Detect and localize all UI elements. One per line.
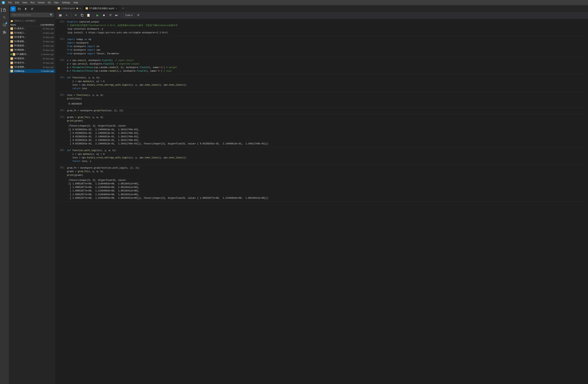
stop-button[interactable]: ■ — [101, 13, 106, 18]
file-item-03[interactable]: 03-张量Te...10 days ago — [9, 35, 55, 39]
refresh-button[interactable] — [29, 6, 35, 12]
app-logo: J — [1, 1, 5, 4]
menu-settings[interactable]: Settings — [61, 1, 71, 4]
tab-label: Untitled.ipynb — [62, 7, 75, 10]
file-item-10[interactable]: 10-使用静...10 days ago — [9, 65, 55, 69]
code-block[interactable]: grad_fn = mindspore.grad(function, (2, 3… — [67, 108, 588, 113]
notebook-area: Untitled.ipynb×07-函数式自动微分.ipynb×+ + ✂ 📋 … — [56, 5, 588, 384]
notebook-icon — [58, 7, 60, 9]
upload-button[interactable] — [23, 6, 28, 12]
file-item-07[interactable]: 07-函数式...2 minutes ago — [9, 52, 55, 56]
run-button[interactable]: ▶ — [95, 13, 100, 18]
file-icon — [10, 36, 13, 38]
cell-divider — [58, 201, 586, 202]
menubar: J File Edit View Run Kernel Git Tabs Set… — [0, 0, 588, 5]
tab-close-button[interactable]: × — [116, 7, 117, 10]
notebook-cell[interactable]: [5]:loss = function(x, y, w, b) print(lo… — [56, 92, 588, 107]
copy-button[interactable] — [80, 13, 85, 18]
menu-kernel[interactable]: Kernel — [37, 1, 46, 4]
code-block[interactable]: grads = grad_fn(x, y, w, b) print(grads) — [67, 115, 588, 124]
notebook-cell[interactable]: [9]:grad_fn = mindspore.grad(function_wi… — [56, 165, 588, 201]
col-name-header[interactable]: Name — [10, 24, 33, 26]
menu-git[interactable]: Git — [46, 1, 52, 4]
file-icon — [10, 27, 13, 30]
file-name: 04-数据集... — [14, 40, 33, 43]
new-tab-button[interactable]: + — [120, 6, 126, 11]
notebook-content: [1]:%capture captured_output # 实验环境已经预装了… — [56, 19, 588, 384]
notebook-cell[interactable]: [7]:grads = grad_fn(x, y, w, b) print(gr… — [56, 114, 588, 147]
menu-file[interactable]: File — [7, 1, 13, 4]
cut-button[interactable]: ✂ — [73, 13, 78, 18]
menu-run[interactable]: Run — [29, 1, 36, 4]
toolbar-separator-1 — [71, 13, 71, 17]
file-modified: 10 days ago — [33, 49, 54, 51]
notebook-cell[interactable]: [6]:grad_fn = mindspore.grad(function, (… — [56, 108, 588, 114]
notebook-cell[interactable]: [3]:x = ops.ones(5, mindspore.float32) #… — [56, 57, 588, 75]
activity-search[interactable] — [1, 14, 8, 21]
file-item-01[interactable]: 01-基本介...10 days ago — [9, 26, 55, 31]
file-icon — [10, 40, 13, 43]
breadcrumb-folder[interactable]: 📁 — [10, 20, 13, 22]
col-modified-header[interactable]: Last Modified — [33, 24, 54, 26]
activity-extensions[interactable] — [1, 29, 8, 36]
open-folder-button[interactable] — [17, 6, 22, 12]
file-item-Untitled[interactable]: Untitled.ip...2 minutes ago — [9, 69, 55, 73]
code-block[interactable]: def function_with_logits(x, y, w, b): z … — [67, 148, 588, 164]
menu-edit[interactable]: Edit — [14, 1, 21, 4]
file-item-02[interactable]: 02-快速入...10 days ago — [9, 31, 55, 35]
save-button[interactable] — [58, 13, 63, 18]
notebook-cell[interactable]: [1]:%capture captured_output # 实验环境已经预装了… — [56, 19, 588, 36]
notebook-cell[interactable]: [4]:def function(x, y, w, b): z = ops.ma… — [56, 75, 588, 92]
cell-body: grad_fn = mindspore.grad(function_with_l… — [67, 166, 588, 201]
sidebar-toolbar: + — [9, 5, 55, 13]
file-icon — [10, 32, 13, 34]
code-block[interactable]: x = ops.ones(5, mindspore.float32) # inp… — [67, 58, 588, 74]
cell-body: import numpy as np import mindspore from… — [67, 37, 588, 56]
file-item-09[interactable]: 09-保存与...10 days ago — [9, 61, 55, 65]
notebook-cell[interactable]: [8]:def function_with_logits(x, y, w, b)… — [56, 147, 588, 165]
code-block[interactable]: grad_fn = mindspore.grad(function_with_l… — [67, 166, 588, 178]
activity-files[interactable] — [1, 7, 8, 13]
search-input[interactable] — [10, 13, 54, 17]
menu-tabs[interactable]: Tabs — [53, 1, 60, 4]
code-block[interactable]: def function(x, y, w, b): z = ops.matmul… — [67, 75, 588, 91]
tab-07[interactable]: 07-函数式自动微分.ipynb× — [84, 5, 120, 12]
activity-bar — [0, 5, 9, 384]
code-block[interactable]: %capture captured_output # 实验环境已经预装了mind… — [67, 19, 588, 35]
search-icon: 🔍 — [50, 14, 53, 16]
kernel-label: Code — [125, 14, 130, 17]
tab-label: 07-函数式自动微分.ipynb — [89, 7, 114, 10]
fast-forward-button[interactable]: ⏭ — [114, 13, 119, 18]
kernel-selector[interactable]: Code ▾ — [123, 13, 134, 17]
code-block[interactable]: loss = function(x, y, w, b) print(loss) — [67, 93, 588, 101]
add-cell-button[interactable]: + — [64, 13, 69, 18]
file-modified: 10 days ago — [33, 45, 54, 47]
new-file-button[interactable]: + — [10, 6, 16, 12]
restart-kernel-button[interactable]: ↺ — [136, 13, 141, 18]
file-name: 05-数据变... — [14, 44, 33, 47]
tab-close-button[interactable]: × — [80, 7, 81, 10]
file-item-08[interactable]: 08-模型训...10 days ago — [9, 56, 55, 61]
file-item-05[interactable]: 05-数据变...10 days ago — [9, 43, 55, 48]
file-item-06[interactable]: 06-网络构...10 days ago — [9, 48, 55, 52]
cell-number: [9]: — [56, 166, 67, 201]
unsaved-dot-icon — [77, 8, 78, 9]
file-item-04[interactable]: 04-数据集...10 days ago — [9, 39, 55, 43]
file-name: 09-保存与... — [14, 61, 33, 64]
file-name: 10-使用静... — [14, 65, 33, 69]
code-block[interactable]: import numpy as np import mindspore from… — [67, 37, 588, 56]
menu-help[interactable]: Help — [72, 1, 80, 4]
notebook-cell[interactable]: [2]:import numpy as np import mindspore … — [56, 36, 588, 57]
cell-body: loss = function(x, y, w, b) print(loss)0… — [67, 93, 588, 107]
activity-terminal[interactable] — [1, 21, 8, 28]
file-icon — [10, 62, 13, 64]
paste-button[interactable]: 📋 — [86, 13, 91, 18]
file-name: 03-张量Te... — [14, 36, 33, 39]
toolbar-separator-2 — [93, 13, 93, 17]
tab-untitled[interactable]: Untitled.ipynb× — [56, 5, 84, 12]
menu-view[interactable]: View — [21, 1, 29, 4]
cell-number: [2]: — [56, 37, 67, 56]
cell-number: [1]: — [56, 19, 67, 35]
cell-body: def function_with_logits(x, y, w, b): z … — [67, 148, 588, 164]
restart-button[interactable]: ↺ — [108, 13, 113, 18]
